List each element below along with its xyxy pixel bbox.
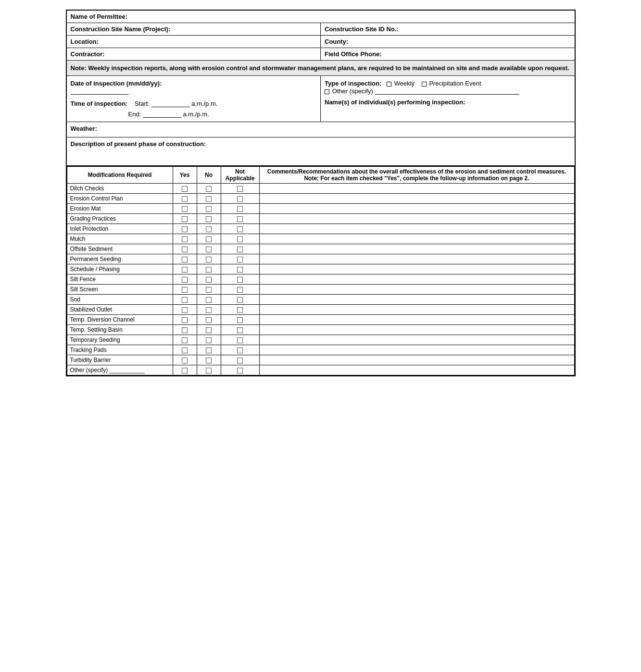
na-checkbox[interactable] [237,196,243,202]
na-checkbox-cell[interactable] [221,315,259,325]
yes-checkbox[interactable] [182,196,188,202]
comments-cell[interactable] [259,365,574,375]
comments-cell[interactable] [259,244,574,254]
na-checkbox[interactable] [237,307,243,313]
comments-cell[interactable] [259,184,574,194]
na-checkbox[interactable] [237,358,243,363]
no-checkbox[interactable] [206,287,212,293]
comments-cell[interactable] [259,315,574,325]
no-checkbox-cell[interactable] [197,234,221,244]
no-checkbox-cell[interactable] [197,295,221,305]
na-checkbox[interactable] [237,257,243,262]
comments-cell[interactable] [259,295,574,305]
no-checkbox-cell[interactable] [197,355,221,365]
no-checkbox[interactable] [206,206,212,212]
yes-checkbox[interactable] [182,337,188,343]
na-checkbox[interactable] [237,277,243,283]
yes-checkbox[interactable] [182,206,188,212]
no-checkbox[interactable] [206,196,212,202]
no-checkbox[interactable] [206,358,212,363]
na-checkbox[interactable] [237,297,243,303]
yes-checkbox-cell[interactable] [173,335,197,345]
yes-checkbox-cell[interactable] [173,254,197,264]
na-checkbox[interactable] [237,226,243,232]
yes-checkbox[interactable] [182,216,188,222]
yes-checkbox[interactable] [182,368,188,373]
no-checkbox[interactable] [206,236,212,242]
na-checkbox[interactable] [237,236,243,242]
na-checkbox-cell[interactable] [221,244,259,254]
comments-cell[interactable] [259,345,574,355]
na-checkbox[interactable] [237,317,243,323]
yes-checkbox-cell[interactable] [173,315,197,325]
yes-checkbox[interactable] [182,287,188,293]
no-checkbox[interactable] [206,317,212,323]
no-checkbox-cell[interactable] [197,274,221,285]
comments-cell[interactable] [259,264,574,274]
no-checkbox[interactable] [206,327,212,333]
comments-cell[interactable] [259,214,574,224]
yes-checkbox[interactable] [182,247,188,252]
yes-checkbox[interactable] [182,307,188,313]
no-checkbox-cell[interactable] [197,224,221,234]
na-checkbox-cell[interactable] [221,234,259,244]
yes-checkbox-cell[interactable] [173,224,197,234]
na-checkbox-cell[interactable] [221,295,259,305]
yes-checkbox-cell[interactable] [173,295,197,305]
na-checkbox[interactable] [237,216,243,222]
yes-checkbox[interactable] [182,317,188,323]
na-checkbox[interactable] [237,337,243,343]
comments-cell[interactable] [259,305,574,315]
na-checkbox[interactable] [237,327,243,333]
no-checkbox-cell[interactable] [197,204,221,214]
na-checkbox-cell[interactable] [221,254,259,264]
yes-checkbox-cell[interactable] [173,244,197,254]
no-checkbox-cell[interactable] [197,184,221,194]
yes-checkbox-cell[interactable] [173,234,197,244]
yes-checkbox-cell[interactable] [173,184,197,194]
yes-checkbox-cell[interactable] [173,274,197,285]
yes-checkbox-cell[interactable] [173,214,197,224]
na-checkbox-cell[interactable] [221,194,259,204]
na-checkbox[interactable] [237,287,243,293]
na-checkbox-cell[interactable] [221,345,259,355]
no-checkbox-cell[interactable] [197,244,221,254]
na-checkbox-cell[interactable] [221,274,259,285]
yes-checkbox[interactable] [182,327,188,333]
yes-checkbox-cell[interactable] [173,194,197,204]
no-checkbox-cell[interactable] [197,305,221,315]
yes-checkbox-cell[interactable] [173,345,197,355]
yes-checkbox[interactable] [182,186,188,192]
no-checkbox[interactable] [206,226,212,232]
na-checkbox[interactable] [237,247,243,252]
yes-checkbox-cell[interactable] [173,264,197,274]
no-checkbox[interactable] [206,247,212,252]
end-field[interactable] [143,110,181,118]
comments-cell[interactable] [259,325,574,335]
yes-checkbox-cell[interactable] [173,285,197,295]
no-checkbox[interactable] [206,277,212,283]
na-checkbox-cell[interactable] [221,204,259,214]
yes-checkbox-cell[interactable] [173,325,197,335]
yes-checkbox[interactable] [182,257,188,262]
na-checkbox-cell[interactable] [221,264,259,274]
comments-cell[interactable] [259,224,574,234]
no-checkbox-cell[interactable] [197,264,221,274]
na-checkbox[interactable] [237,348,243,353]
no-checkbox-cell[interactable] [197,345,221,355]
precip-checkbox[interactable] [422,82,427,87]
na-checkbox-cell[interactable] [221,355,259,365]
na-checkbox[interactable] [237,186,243,192]
yes-checkbox[interactable] [182,277,188,283]
yes-checkbox[interactable] [182,358,188,363]
no-checkbox[interactable] [206,267,212,273]
start-field[interactable] [151,100,190,107]
comments-cell[interactable] [259,355,574,365]
no-checkbox[interactable] [206,337,212,343]
comments-cell[interactable] [259,254,574,264]
na-checkbox-cell[interactable] [221,365,259,375]
no-checkbox[interactable] [206,297,212,303]
no-checkbox-cell[interactable] [197,315,221,325]
no-checkbox-cell[interactable] [197,365,221,375]
yes-checkbox[interactable] [182,236,188,242]
